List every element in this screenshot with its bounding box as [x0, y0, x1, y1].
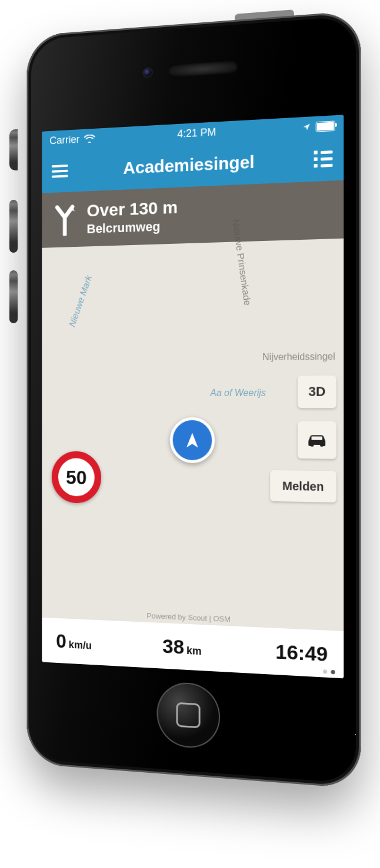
map-label-road: Nijverheidssingel [262, 351, 335, 363]
current-road-title: Academiesingel [123, 152, 254, 178]
fork-right-icon [53, 203, 77, 236]
clock: 4:21 PM [177, 126, 216, 140]
front-camera [142, 67, 152, 78]
phone-frame: Nieuwe Mark Nieuwe Prinsenkade Nijverhei… [27, 11, 361, 789]
volume-up-button [9, 200, 18, 253]
svg-marker-2 [165, 504, 175, 514]
svg-rect-6 [311, 437, 322, 440]
turn-road: Belcrumweg [87, 219, 178, 237]
report-button[interactable]: Melden [270, 470, 336, 502]
map-label-river: Aa of Weerijs [210, 388, 266, 398]
navigation-arrow-icon [184, 431, 201, 449]
page-indicator [323, 669, 335, 674]
wifi-icon [84, 135, 95, 143]
car-icon [306, 433, 328, 447]
remaining-distance: 38 km [162, 634, 201, 659]
map-label-river: Nieuwe Mark [67, 274, 94, 329]
battery-icon [316, 120, 335, 132]
app-screen: Nieuwe Mark Nieuwe Prinsenkade Nijverhei… [42, 115, 344, 678]
view-3d-button[interactable]: 3D [298, 376, 336, 408]
current-position-marker [170, 417, 215, 464]
bottom-info-bar[interactable]: 0 km/u 38 km 16:49 [42, 618, 344, 679]
mute-switch [9, 129, 18, 170]
svg-marker-1 [131, 506, 140, 515]
home-button[interactable] [157, 681, 221, 750]
map-attribution: Powered by Scout | OSM [146, 611, 231, 624]
menu-button[interactable] [52, 165, 68, 178]
earpiece-speaker [168, 60, 238, 78]
carrier-label: Carrier [49, 133, 79, 147]
eta: 16:49 [275, 640, 328, 666]
svg-point-4 [310, 443, 314, 447]
location-icon [302, 123, 311, 132]
svg-point-5 [320, 443, 324, 447]
speed-limit-sign: 50 [52, 451, 101, 504]
current-speed: 0 km/u [56, 629, 92, 653]
volume-down-button [9, 270, 18, 323]
route-list-button[interactable] [314, 150, 333, 167]
turn-distance: Over 130 m [87, 197, 178, 221]
vehicle-mode-button[interactable] [298, 421, 336, 459]
